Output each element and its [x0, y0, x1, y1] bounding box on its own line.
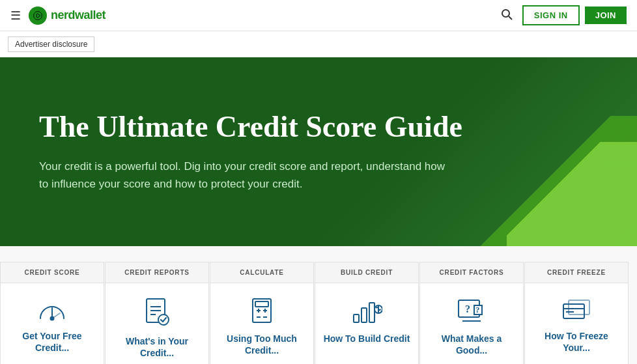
svg-text:?: ?: [475, 305, 480, 315]
cards-row: CREDIT SCORE Get Your Free Credit... CRE…: [0, 262, 637, 364]
card-label: Get Your Free Credit...: [1, 330, 104, 354]
card-icon-cards: [561, 296, 592, 322]
svg-rect-16: [361, 308, 367, 322]
card-icon-document-check: [143, 296, 171, 328]
svg-rect-17: [369, 303, 375, 322]
search-button[interactable]: [496, 4, 517, 27]
hamburger-icon[interactable]: ☰: [10, 8, 21, 23]
card-icon-bar-dollar: [351, 296, 382, 325]
card-item[interactable]: CREDIT SCORE Get Your Free Credit...: [0, 262, 104, 364]
hero-content: The Ultimate Credit Score Guide Your cre…: [39, 110, 462, 193]
card-icon-question-screen: ? ?: [456, 296, 487, 325]
card-item[interactable]: CALCULATE Using Too Much Credit...: [210, 262, 314, 364]
svg-point-6: [158, 315, 169, 325]
svg-point-0: [502, 10, 509, 17]
card-label: Using Too Much Credit...: [210, 333, 313, 356]
header: ☰ nerdwallet SIGN IN JOIN: [0, 0, 637, 31]
card-label: What Makes a Good...: [420, 333, 523, 356]
header-right: SIGN IN JOIN: [496, 4, 627, 27]
card-category: CREDIT FREEZE: [525, 262, 628, 283]
card-category: CALCULATE: [210, 262, 313, 283]
hero-diagonal-accent2: [507, 142, 637, 246]
logo-text: nerdwallet: [51, 8, 106, 22]
advertiser-disclosure-button[interactable]: Advertiser disclosure: [8, 36, 94, 52]
card-icon-calculator: [248, 296, 276, 325]
card-icon-gauge: [36, 296, 68, 322]
header-left: ☰ nerdwallet: [10, 7, 496, 25]
card-category: CREDIT REPORTS: [106, 262, 208, 283]
card-category: CREDIT SCORE: [1, 262, 104, 283]
card-item[interactable]: BUILD CREDIT How To Build Credit: [315, 262, 419, 364]
sign-in-button[interactable]: SIGN IN: [522, 5, 580, 25]
hero-title: The Ultimate Credit Score Guide: [39, 110, 462, 145]
logo-bird: [29, 7, 47, 25]
hero-section: The Ultimate Credit Score Guide Your cre…: [0, 57, 637, 246]
join-button[interactable]: JOIN: [585, 7, 627, 24]
svg-rect-8: [255, 301, 268, 307]
card-item[interactable]: CREDIT REPORTS What's in Your Credit...: [105, 262, 209, 364]
logo-wrapper[interactable]: nerdwallet: [29, 7, 106, 25]
card-category: CREDIT FACTORS: [420, 262, 523, 283]
cards-section: CREDIT SCORE Get Your Free Credit... CRE…: [0, 246, 637, 364]
advertiser-disclosure: Advertiser disclosure: [0, 31, 637, 57]
card-category: BUILD CREDIT: [315, 262, 418, 283]
card-item[interactable]: CREDIT FACTORS ? ? What Makes a Good...: [419, 262, 524, 364]
svg-rect-15: [354, 315, 359, 322]
svg-line-1: [509, 16, 512, 20]
card-item[interactable]: CREDIT FREEZE How To Freeze Your...: [524, 262, 629, 364]
svg-text:?: ?: [465, 303, 470, 315]
svg-point-4: [51, 317, 54, 320]
card-label: How To Freeze Your...: [525, 330, 628, 354]
card-label: How To Build Credit: [318, 333, 416, 344]
card-label: What's in Your Credit...: [106, 335, 208, 359]
hero-subtitle: Your credit is a powerful tool. Dig into…: [39, 158, 456, 193]
